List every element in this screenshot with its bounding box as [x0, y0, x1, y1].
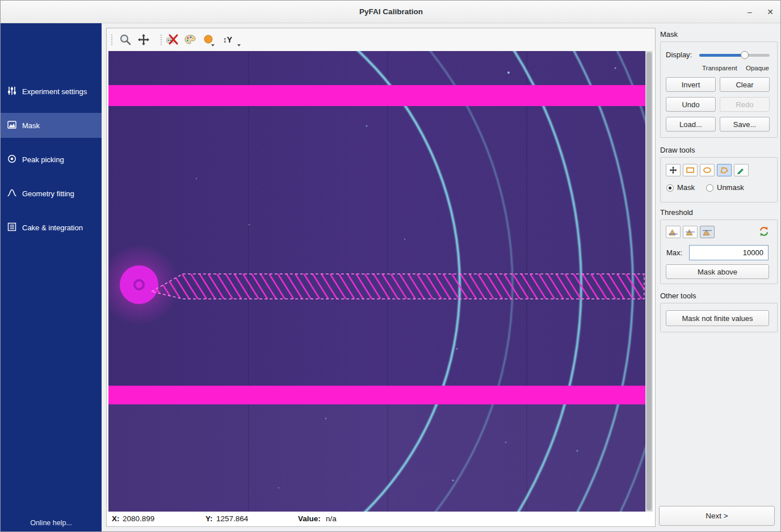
pan-select-tool-button[interactable]: [666, 164, 681, 176]
integration-lines-icon: [7, 222, 17, 234]
diffraction-image: [108, 51, 645, 512]
invert-button[interactable]: Invert: [666, 77, 716, 92]
polygon-tool-button[interactable]: [717, 164, 732, 176]
dropdown-arrow-icon[interactable]: [211, 44, 215, 47]
mask-below-icon: [668, 228, 678, 236]
y-axis-label: ↕Y: [223, 35, 232, 44]
beam-stop-mask-circle: [120, 265, 158, 304]
close-button[interactable]: ✕: [761, 1, 779, 23]
ellipse-tool-button[interactable]: [700, 164, 715, 176]
sidebar-item-geometry-fitting[interactable]: Geometry fitting: [1, 181, 102, 206]
redo-button[interactable]: Redo: [720, 97, 770, 112]
pan-select-icon: [669, 166, 678, 174]
mask-between-threshold-button[interactable]: [683, 226, 698, 238]
titlebar: PyFAI Calibration – ✕: [1, 1, 781, 23]
mask-opacity-slider[interactable]: [699, 51, 770, 59]
target-icon: [7, 154, 17, 166]
slider-transparent-label: Transparent: [702, 65, 737, 71]
mask-radio-label: Mask: [677, 183, 695, 192]
scrollbar-thumb[interactable]: [646, 52, 652, 510]
zoom-mode-icon[interactable]: [118, 32, 133, 47]
load-button[interactable]: Load...: [666, 117, 716, 132]
remove-colormap-icon[interactable]: [165, 32, 179, 47]
mask-band-bottom: [108, 386, 645, 404]
plot-statusbar: X: 2080.899 Y: 1257.864 Value: n/a: [107, 512, 655, 526]
window-title: PyFAI Calibration: [1, 1, 781, 23]
cursor-x-value: 2080.899: [123, 514, 154, 523]
y-axis-orientation-icon[interactable]: ↕Y: [219, 32, 236, 47]
cursor-y-value: 1257.864: [216, 514, 248, 523]
threshold-title: Threshold: [660, 208, 693, 217]
mask-above-threshold-button[interactable]: [700, 226, 715, 238]
sidebar-item-label: Mask: [22, 121, 40, 130]
other-tools-group: Mask not finite values: [660, 303, 778, 332]
image-scrollbar[interactable]: [645, 51, 653, 512]
cursor-y-label: Y:: [205, 514, 213, 523]
max-threshold-input[interactable]: [689, 245, 769, 260]
sidebar-item-label: Cake & integration: [22, 223, 83, 232]
next-button[interactable]: Next >: [659, 506, 775, 526]
slider-fill: [699, 54, 745, 57]
toolbar-separator: [161, 35, 162, 45]
minimize-button[interactable]: –: [741, 1, 759, 23]
sidebar-item-mask[interactable]: Mask: [1, 113, 102, 138]
mask-between-icon: [685, 228, 695, 236]
mask-selection-hatched-region: [152, 274, 644, 299]
other-tools-title: Other tools: [660, 292, 696, 300]
unmask-radio-label: Unmask: [717, 183, 744, 192]
diffraction-image-canvas[interactable]: [108, 51, 645, 512]
sidebar-item-cake-integration[interactable]: Cake & integration: [1, 215, 102, 240]
polygon-icon: [720, 166, 729, 174]
display-label: Display:: [666, 50, 692, 59]
mask-tools-panel: Mask Display: Transparent Opaque Invert …: [657, 23, 781, 532]
sidebar: Experiment settings Mask Peak picking Ge…: [1, 23, 102, 532]
slider-handle[interactable]: [741, 51, 749, 59]
sidebar-item-label: Experiment settings: [22, 87, 87, 96]
save-button[interactable]: Save...: [720, 117, 770, 132]
mask-section-title: Mask: [660, 30, 678, 39]
cursor-value: n/a: [326, 514, 337, 523]
mask-above-button[interactable]: Mask above: [666, 264, 769, 279]
threshold-group: Max: Mask above: [660, 219, 778, 284]
clear-button[interactable]: Clear: [720, 77, 770, 92]
max-label: Max:: [666, 248, 682, 257]
sidebar-item-label: Peak picking: [22, 155, 64, 164]
colormap-icon[interactable]: [183, 32, 198, 47]
sidebar-item-label: Geometry fitting: [22, 189, 74, 198]
mask-radio[interactable]: [666, 184, 674, 192]
toolbar-handle: [111, 35, 112, 45]
mask-band-top: [108, 85, 645, 106]
online-help-link[interactable]: Online help...: [1, 519, 102, 527]
undo-button[interactable]: Undo: [666, 97, 716, 112]
rectangle-icon: [686, 166, 695, 174]
rectangle-tool-button[interactable]: [683, 164, 698, 176]
sidebar-item-experiment-settings[interactable]: Experiment settings: [1, 79, 102, 104]
mask-not-finite-button[interactable]: Mask not finite values: [666, 310, 769, 326]
plot-toolbar: ↕Y: [107, 28, 655, 51]
cursor-value-label: Value:: [298, 514, 321, 523]
mask-below-threshold-button[interactable]: [666, 226, 681, 238]
mask-group: Display: Transparent Opaque Invert Clear…: [660, 41, 778, 138]
mask-above-icon: [702, 228, 712, 236]
draw-tools-group: Mask Unmask: [660, 157, 778, 202]
dropdown-arrow-icon[interactable]: [237, 44, 241, 47]
unmask-radio[interactable]: [706, 184, 713, 192]
pencil-tool-button[interactable]: [734, 164, 749, 176]
mask-image-icon: [7, 120, 17, 132]
peak-curve-icon: [7, 188, 17, 200]
pencil-icon: [737, 166, 746, 174]
sidebar-item-peak-picking[interactable]: Peak picking: [1, 147, 102, 172]
compute-range-refresh-icon[interactable]: [757, 225, 771, 238]
cursor-x-label: X:: [112, 514, 120, 523]
sliders-icon: [7, 86, 17, 98]
draw-tools-title: Draw tools: [660, 146, 695, 154]
plot-viewer: ↕Y: [106, 28, 656, 527]
pan-mode-icon[interactable]: [136, 32, 151, 47]
slider-opaque-label: Opaque: [746, 65, 769, 71]
ellipse-icon: [703, 166, 712, 174]
